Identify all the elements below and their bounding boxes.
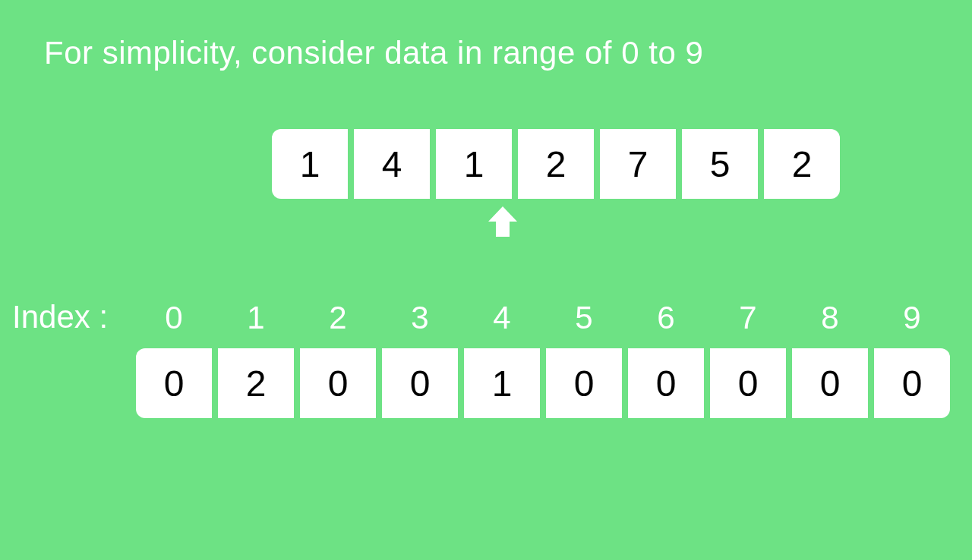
index-cell: 2 <box>300 299 376 337</box>
up-arrow-icon <box>488 206 517 237</box>
data-cell: 7 <box>600 129 676 199</box>
count-cell: 0 <box>792 348 868 418</box>
count-array: 0 2 0 0 1 0 0 0 0 0 <box>136 348 950 418</box>
index-row: 0 1 2 3 4 5 6 7 8 9 <box>136 299 950 337</box>
count-cell: 0 <box>136 348 212 418</box>
diagram-title: For simplicity, consider data in range o… <box>44 35 703 71</box>
data-array: 1 4 1 2 7 5 2 <box>272 129 840 199</box>
count-cell: 0 <box>710 348 786 418</box>
data-cell: 1 <box>272 129 348 199</box>
index-cell: 6 <box>628 299 704 337</box>
index-cell: 0 <box>136 299 212 337</box>
data-cell: 2 <box>764 129 840 199</box>
index-cell: 5 <box>546 299 622 337</box>
data-cell: 5 <box>682 129 758 199</box>
count-cell: 1 <box>464 348 540 418</box>
count-cell: 0 <box>546 348 622 418</box>
index-cell: 3 <box>382 299 458 337</box>
data-cell: 2 <box>518 129 594 199</box>
index-cell: 7 <box>710 299 786 337</box>
count-cell: 0 <box>382 348 458 418</box>
data-cell: 1 <box>436 129 512 199</box>
count-cell: 0 <box>874 348 950 418</box>
count-cell: 2 <box>218 348 294 418</box>
data-cell: 4 <box>354 129 430 199</box>
index-cell: 4 <box>464 299 540 337</box>
count-cell: 0 <box>628 348 704 418</box>
index-cell: 9 <box>874 299 950 337</box>
index-label: Index : <box>12 299 108 335</box>
count-cell: 0 <box>300 348 376 418</box>
index-cell: 1 <box>218 299 294 337</box>
index-cell: 8 <box>792 299 868 337</box>
